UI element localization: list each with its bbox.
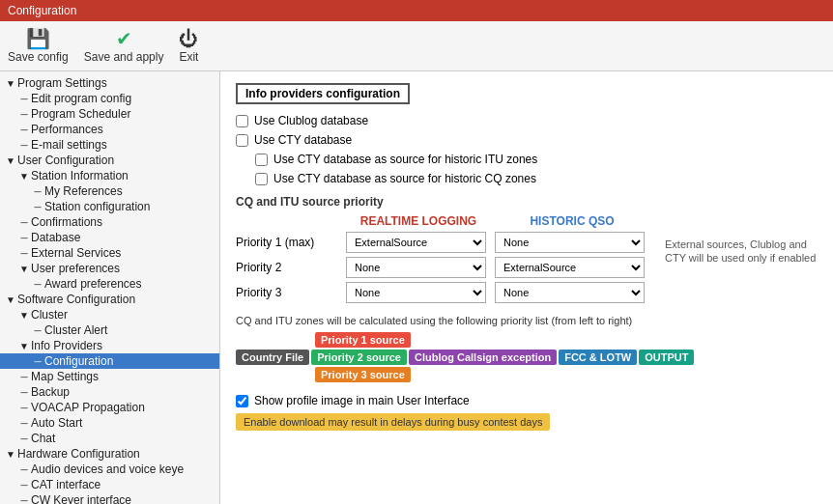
sidebar-item-auto-start[interactable]: ─ Auto Start [0, 415, 219, 431]
show-profile-label: Show profile image in main User Interfac… [254, 394, 470, 407]
sidebar-item-external-services[interactable]: ─ External Services [0, 245, 219, 261]
sidebar-item-software-configuration[interactable]: ▼ Software Configuration [0, 292, 219, 307]
priority1-label: Priority 1 (max) [236, 236, 342, 249]
use-cty-itu-checkbox[interactable] [255, 154, 268, 166]
sidebar-item-label: Info Providers [31, 339, 219, 352]
titlebar-label: Configuration [8, 4, 76, 17]
sidebar-item-cluster[interactable]: ▼ Cluster [0, 307, 219, 322]
show-profile-row: Show profile image in main User Interfac… [236, 394, 818, 407]
sidebar-item-program-settings[interactable]: ▼ Program Settings [0, 75, 219, 91]
sidebar-item-label: CAT interface [31, 478, 219, 491]
toolbar: 💾 Save config ✔ Save and apply ⏻ Exit [0, 21, 833, 71]
sidebar-item-email-settings[interactable]: ─ E-mail settings [0, 137, 219, 153]
sidebar-item-station-configuration[interactable]: ─ Station configuration [0, 199, 219, 214]
sidebar-item-chat[interactable]: ─ Chat [0, 431, 219, 446]
sidebar-item-label: Cluster [31, 308, 219, 322]
use-cty-cq-label: Use CTY database as source for historic … [273, 172, 536, 185]
sidebar-item-label: Database [31, 231, 219, 244]
country-file-badge: Country File [236, 350, 309, 365]
exit-button[interactable]: ⏻ Exit [179, 29, 198, 64]
sidebar-item-cw-keyer[interactable]: ─ CW Keyer interface [0, 492, 219, 504]
calc-desc: CQ and ITU zones will be calculated usin… [236, 315, 818, 326]
expander-icon: ▼ [4, 155, 17, 166]
expander-icon: ▼ [17, 341, 31, 351]
priority2-historic-select[interactable]: None ExternalSource Clublog CTY [495, 257, 645, 278]
sidebar-item-program-scheduler[interactable]: ─ Program Scheduler [0, 106, 219, 122]
priority1-historic-select[interactable]: None ExternalSource Clublog CTY [495, 232, 645, 253]
sidebar-item-label: Software Configuration [17, 293, 219, 306]
sidebar-item-info-providers[interactable]: ▼ Info Providers [0, 338, 219, 353]
sidebar-item-label: Auto Start [31, 416, 219, 430]
sidebar-item-configuration[interactable]: ─ Configuration [0, 353, 219, 369]
col-realtime-header: REALTIME LOGGING [346, 214, 491, 228]
priority2-badge-row: Country File Priority 2 source Clublog C… [236, 350, 818, 365]
use-cty-checkbox[interactable] [236, 134, 248, 147]
priority3-realtime-select[interactable]: None ExternalSource Clublog CTY [346, 282, 486, 303]
sidebar-item-label: User Configuration [17, 154, 219, 167]
expander-icon: ▼ [17, 171, 31, 182]
sidebar-item-confirmations[interactable]: ─ Confirmations [0, 214, 219, 230]
expander-icon: ─ [31, 356, 44, 367]
sidebar-item-label: Cluster Alert [44, 323, 219, 337]
sidebar-item-my-references[interactable]: ─ My References [0, 183, 219, 199]
sidebar-item-label: Confirmations [31, 215, 219, 229]
sidebar-item-label: Backup [31, 385, 219, 399]
save-apply-button[interactable]: ✔ Save and apply [84, 29, 164, 64]
cq-itu-title: CQ and ITU source priority [236, 195, 818, 209]
sidebar-item-label: Map Settings [31, 370, 219, 383]
sidebar-item-label: Configuration [44, 354, 219, 368]
sidebar-item-cluster-alert[interactable]: ─ Cluster Alert [0, 322, 219, 338]
sidebar-item-station-information[interactable]: ▼ Station Information [0, 168, 219, 183]
warning-bar: Enable download may result in delays dur… [236, 413, 550, 431]
sidebar-item-user-preferences[interactable]: ▼ User preferences [0, 261, 219, 276]
sidebar-item-voacap[interactable]: ─ VOACAP Propagation [0, 400, 219, 415]
expander-icon: ─ [17, 94, 31, 104]
save-apply-label: Save and apply [84, 50, 164, 64]
priority2-realtime-select[interactable]: None ExternalSource Clublog CTY [346, 257, 486, 278]
sidebar-item-label: My References [44, 184, 219, 198]
expander-icon: ─ [17, 372, 31, 382]
sidebar-item-label: Chat [31, 432, 219, 445]
priority1-source-badge: Priority 1 source [315, 332, 411, 348]
priority2-label: Priority 2 [236, 261, 342, 274]
fcc-lotw-badge: FCC & LOTW [559, 350, 637, 365]
save-config-button[interactable]: 💾 Save config [8, 29, 69, 64]
titlebar: Configuration [0, 0, 833, 21]
use-cty-cq-checkbox[interactable] [255, 173, 268, 185]
sidebar-item-database[interactable]: ─ Database [0, 230, 219, 245]
sidebar-item-label: CW Keyer interface [31, 493, 219, 504]
sidebar-item-award-preferences[interactable]: ─ Award preferences [0, 276, 219, 292]
use-clublog-checkbox[interactable] [236, 115, 248, 127]
sidebar-item-hardware-configuration[interactable]: ▼ Hardware Configuration [0, 446, 219, 462]
expander-icon: ─ [17, 140, 31, 151]
expander-icon: ▼ [4, 294, 17, 305]
use-cty-cq-row: Use CTY database as source for historic … [255, 172, 818, 185]
use-cty-row: Use CTY database [236, 133, 818, 147]
sidebar-item-label: Station configuration [44, 200, 219, 213]
expander-icon: ─ [17, 217, 31, 228]
sidebar-item-label: Edit program config [31, 92, 219, 105]
expander-icon: ▼ [17, 310, 31, 321]
expander-icon: ─ [17, 109, 31, 120]
priority3-historic-select[interactable]: None ExternalSource Clublog CTY [495, 282, 645, 303]
sidebar-item-user-configuration[interactable]: ▼ User Configuration [0, 153, 219, 168]
sidebar-item-backup[interactable]: ─ Backup [0, 384, 219, 400]
expander-icon: ─ [17, 495, 31, 505]
sidebar-item-performances[interactable]: ─ Performances [0, 122, 219, 137]
sidebar-item-edit-program-config[interactable]: ─ Edit program config [0, 91, 219, 106]
expander-icon: ▼ [4, 78, 17, 89]
sidebar-item-audio-devices[interactable]: ─ Audio devices and voice keye [0, 462, 219, 477]
sidebar-item-label: Hardware Configuration [17, 447, 219, 461]
content-area: Info providers configuration Use Clublog… [220, 71, 833, 504]
expander-icon: ─ [17, 248, 31, 259]
show-profile-checkbox[interactable] [236, 395, 248, 407]
sidebar-item-cat-interface[interactable]: ─ CAT interface [0, 477, 219, 492]
sidebar-item-label: Audio devices and voice keye [31, 462, 219, 476]
use-cty-itu-row: Use CTY database as source for historic … [255, 153, 818, 166]
priority1-realtime-select[interactable]: ExternalSource None Clublog CTY [346, 232, 486, 253]
sidebar-item-label: User preferences [31, 262, 219, 275]
sidebar-item-label: Performances [31, 123, 219, 136]
sidebar-item-map-settings[interactable]: ─ Map Settings [0, 369, 219, 384]
expander-icon: ─ [17, 125, 31, 135]
save-config-icon: 💾 [26, 29, 50, 48]
